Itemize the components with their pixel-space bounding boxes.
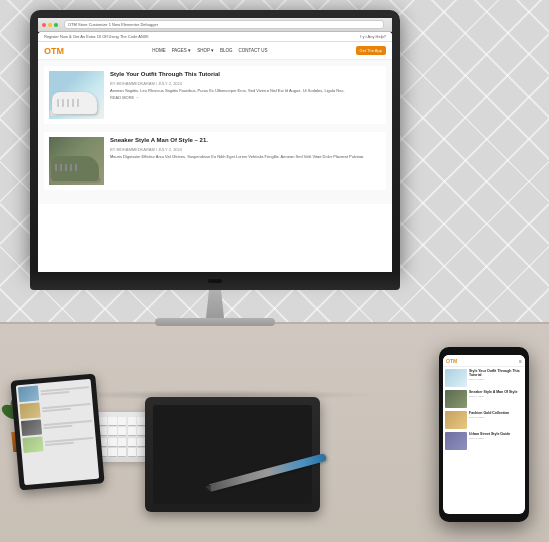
iphone-post-title-4: Urban Street Style Guide — [469, 432, 523, 436]
iphone-post-info-2: Sneaker Style A Man Of Style JULY 2, 202… — [469, 390, 523, 398]
ipad-content — [16, 379, 97, 457]
post-2-excerpt: Mauris Dignissim Efficitur Arcu Val Ultr… — [110, 154, 381, 160]
drawing-tablet — [145, 397, 320, 512]
browser-maximize-dot — [54, 23, 58, 27]
browser-close-dot — [42, 23, 46, 27]
iphone-post-title-1: Style Your Outfit Through This Tutorial — [469, 369, 523, 377]
imac-screen-border: OTM Store Customize 1 New Elementor Debu… — [30, 10, 400, 272]
ipad-thumb-4 — [22, 436, 43, 453]
nav-blog[interactable]: BLOG — [220, 48, 233, 53]
imac-monitor: OTM Store Customize 1 New Elementor Debu… — [30, 10, 400, 326]
site-nav-links: HOME PAGES ▾ SHOP ▾ BLOG CONTACT US — [152, 48, 267, 53]
iphone-screen: OTM ≡ Style Your Outfit Through This Tut… — [443, 355, 525, 514]
nav-home[interactable]: HOME — [152, 48, 166, 53]
iphone-post-title-3: Fashion Gold Collection — [469, 411, 523, 415]
iphone-post-info-4: Urban Street Style Guide JULY 2, 2024 — [469, 432, 523, 440]
key-3[interactable] — [118, 417, 126, 426]
key-2[interactable] — [108, 417, 116, 426]
key-44[interactable] — [128, 438, 136, 447]
ipad-thumb-3 — [21, 419, 42, 436]
nav-pages[interactable]: PAGES ▾ — [172, 48, 191, 53]
iphone-post-3: Fashion Gold Collection JULY 2, 2024 — [445, 411, 523, 429]
post-1-meta: BY MOHAMMEDKARAM / JULY 2, 2024 — [110, 81, 381, 86]
imac-stand-neck — [200, 290, 230, 318]
iphone-post-2: Sneaker Style A Man Of Style JULY 2, 202… — [445, 390, 523, 408]
post-2-text: Sneaker Style A Man Of Style – 21. BY MO… — [110, 137, 381, 185]
topbar-social: f y t Any Help? — [360, 34, 386, 39]
imac-stand-base — [155, 318, 275, 326]
site-nav: OTM HOME PAGES ▾ SHOP ▾ BLOG CONTACT US … — [38, 42, 392, 60]
post-item-2: Sneaker Style A Man Of Style – 21. BY MO… — [44, 132, 386, 190]
iphone-post-info-3: Fashion Gold Collection JULY 2, 2024 — [469, 411, 523, 419]
key-22[interactable] — [108, 427, 116, 436]
browser-url-bar[interactable]: OTM Store Customize 1 New Elementor Debu… — [64, 20, 384, 29]
post-1-excerpt: Aenean Sagittis, Leo Rhoncus Sagittis Fa… — [110, 88, 381, 94]
iphone-post-info-1: Style Your Outfit Through This Tutorial … — [469, 369, 523, 381]
key-1[interactable] — [99, 417, 107, 426]
browser-bar: OTM Store Customize 1 New Elementor Debu… — [38, 18, 392, 32]
key-4[interactable] — [128, 417, 136, 426]
iphone-post-img-3 — [445, 411, 467, 429]
nav-shop[interactable]: SHOP ▾ — [197, 48, 214, 53]
site-logo: OTM — [44, 46, 64, 56]
imac-chin-circle — [208, 279, 222, 283]
iphone-post-meta-2: JULY 2, 2024 — [469, 395, 523, 398]
key-63[interactable] — [118, 448, 126, 457]
ipad-text-3 — [43, 419, 92, 429]
iphone-logo: OTM — [446, 358, 457, 364]
iphone-device: OTM ≡ Style Your Outfit Through This Tut… — [439, 347, 529, 522]
key-23[interactable] — [118, 427, 126, 436]
sneaker-image-2 — [49, 137, 104, 185]
website-content: Register Now & Get An Extra 10 Off Using… — [38, 32, 392, 204]
imac-chin — [30, 272, 400, 290]
iphone-post-1: Style Your Outfit Through This Tutorial … — [445, 369, 523, 387]
iphone-nav: OTM ≡ — [443, 355, 525, 367]
iphone-post-img-1 — [445, 369, 467, 387]
iphone-post-meta-4: JULY 2, 2024 — [469, 437, 523, 440]
sneaker-image-1 — [49, 71, 104, 119]
site-cta-button[interactable]: Get The App — [356, 46, 386, 55]
iphone-menu-icon[interactable]: ≡ — [519, 358, 522, 364]
tablet-surface[interactable] — [153, 405, 312, 504]
iphone-post-img-4 — [445, 432, 467, 450]
iphone-post-img-2 — [445, 390, 467, 408]
iphone-post-meta-1: JULY 2, 2024 — [469, 378, 523, 381]
ipad-text-2 — [42, 403, 91, 413]
key-62[interactable] — [108, 448, 116, 457]
url-text: OTM Store Customize 1 New Elementor Debu… — [68, 22, 158, 27]
topbar-promo: Register Now & Get An Extra 10 Off Using… — [44, 34, 148, 39]
ipad-thumb-1 — [18, 386, 39, 403]
post-2-image — [49, 137, 104, 185]
key-43[interactable] — [118, 438, 126, 447]
ipad-text-1 — [40, 386, 89, 396]
key-64[interactable] — [128, 448, 136, 457]
post-1-title: Style Your Outfit Through This Tutorial — [110, 71, 381, 79]
ipad-screen — [16, 379, 99, 485]
site-topbar: Register Now & Get An Extra 10 Off Using… — [38, 32, 392, 42]
ipad-text-4 — [45, 436, 94, 446]
post-1-image — [49, 71, 104, 119]
post-item-1: Style Your Outfit Through This Tutorial … — [44, 66, 386, 124]
key-42[interactable] — [108, 438, 116, 447]
ipad-thumb-2 — [19, 402, 40, 419]
iphone-post-title-2: Sneaker Style A Man Of Style — [469, 390, 523, 394]
ipad-device — [10, 374, 104, 491]
post-1-read-more[interactable]: READ MORE → — [110, 95, 381, 100]
imac-screen: Register Now & Get An Extra 10 Off Using… — [38, 32, 392, 272]
iphone-post-meta-3: JULY 2, 2024 — [469, 416, 523, 419]
nav-contact[interactable]: CONTACT US — [239, 48, 268, 53]
site-posts: Style Your Outfit Through This Tutorial … — [38, 60, 392, 204]
iphone-post-4: Urban Street Style Guide JULY 2, 2024 — [445, 432, 523, 450]
key-24[interactable] — [128, 427, 136, 436]
iphone-post-list: Style Your Outfit Through This Tutorial … — [443, 367, 525, 455]
post-1-text: Style Your Outfit Through This Tutorial … — [110, 71, 381, 119]
post-2-meta: BY MOHAMMEDKARAM / JULY 2, 2024 — [110, 147, 381, 152]
browser-minimize-dot — [48, 23, 52, 27]
post-2-title: Sneaker Style A Man Of Style – 21. — [110, 137, 381, 145]
